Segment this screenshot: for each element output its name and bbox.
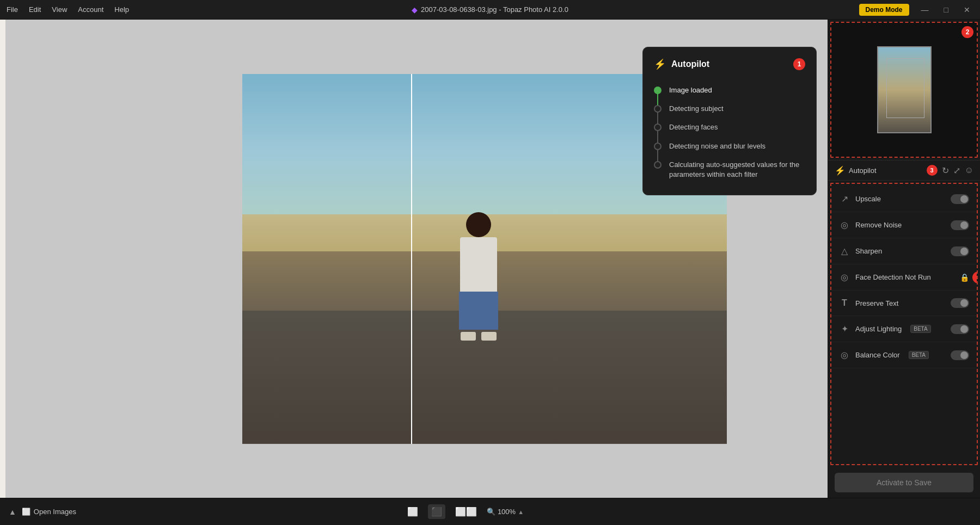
balance-color-toggle[interactable]: [951, 350, 969, 360]
filter-remove-noise-left: ◎ Remove Noise: [839, 220, 902, 230]
view-side-by-side-button[interactable]: ⬜⬜: [452, 504, 480, 519]
photo-left-background: [0, 20, 5, 498]
close-button[interactable]: ✕: [960, 4, 973, 15]
step-calculating: Calculating auto-suggested values for th…: [654, 156, 805, 184]
bottom-bar: ▲ ⬜ Open Images ⬜ ⬛ ⬜⬜ 🔍 100% ▲: [0, 498, 980, 525]
step-text-2: Detecting subject: [669, 104, 724, 114]
open-images-button[interactable]: ⬜ Open Images: [22, 508, 76, 516]
tools-row-left: ⚡ Autopilot: [835, 165, 877, 176]
upscale-toggle-knob: [960, 195, 968, 203]
upscale-toggle[interactable]: [951, 194, 969, 204]
adjust-lighting-toggle-knob: [960, 325, 968, 333]
preserve-text-toggle[interactable]: [951, 298, 969, 308]
maximize-button[interactable]: □: [941, 4, 952, 15]
adjust-lighting-toggle[interactable]: [951, 324, 969, 334]
filter-sharpen: △ Sharpen: [831, 238, 977, 264]
sharpen-toggle[interactable]: [951, 246, 969, 256]
step-detecting-subject: Detecting subject: [654, 100, 805, 118]
step-detecting-noise: Detecting noise and blur levels: [654, 137, 805, 156]
open-images-icon: ⬜: [22, 508, 30, 516]
window-controls: Demo Mode — □ ✕: [859, 4, 973, 16]
filter-balance-color: ◎ Balance Color BETA: [831, 342, 977, 368]
preserve-text-label: Preserve Text: [855, 299, 898, 307]
face-detection-icon: ◎: [839, 272, 850, 282]
main-content: ⚡ Autopilot 1 Image loaded Detecting sub…: [0, 20, 980, 498]
menu-help[interactable]: Help: [114, 5, 129, 14]
autopilot-panel: ⚡ Autopilot 1 Image loaded Detecting sub…: [642, 47, 817, 195]
filter-adjust-lighting-left: ✦ Adjust Lighting BETA: [839, 324, 931, 334]
step-dot-5: [654, 161, 661, 169]
face-detection-label: Face Detection Not Run: [855, 273, 931, 281]
remove-noise-label: Remove Noise: [855, 221, 902, 229]
filter-upscale-left: ↗ Upscale: [839, 194, 881, 204]
step-image-loaded: Image loaded: [654, 81, 805, 100]
face-detection-lock-icon: 🔒: [960, 273, 969, 282]
preview-badge: 2: [961, 26, 973, 38]
upscale-label: Upscale: [855, 195, 881, 203]
sharpen-toggle-knob: [960, 248, 968, 255]
activate-to-save-button[interactable]: Activate to Save: [835, 473, 973, 492]
expand-icon[interactable]: ⤢: [953, 165, 960, 176]
menu-account[interactable]: Account: [78, 5, 103, 14]
sharpen-label: Sharpen: [855, 247, 882, 255]
view-single-button[interactable]: ⬜: [404, 504, 421, 519]
step-text-1: Image loaded: [669, 85, 712, 95]
window-title: ◆ 2007-03-08-0638-03.jpg - Topaz Photo A…: [412, 5, 568, 14]
menu-file[interactable]: File: [7, 5, 18, 14]
view-split-button[interactable]: ⬛: [428, 504, 445, 519]
autopilot-steps: Image loaded Detecting subject Detecting…: [654, 81, 805, 184]
balance-color-icon: ◎: [839, 350, 850, 360]
filter-upscale: ↗ Upscale: [831, 186, 977, 212]
demo-mode-button[interactable]: Demo Mode: [859, 4, 909, 16]
settings-icon[interactable]: ☺: [965, 165, 973, 175]
filter-face-detection: ◎ Face Detection Not Run 🔒 4: [831, 264, 977, 291]
remove-noise-toggle-knob: [960, 221, 968, 229]
zoom-chevron-icon[interactable]: ▲: [518, 509, 524, 515]
tools-row-right: 3 ↻ ⤢ ☺: [927, 165, 973, 176]
open-images-label: Open Images: [34, 508, 76, 516]
canvas-area[interactable]: ⚡ Autopilot 1 Image loaded Detecting sub…: [0, 20, 828, 498]
app-diamond-icon: ◆: [412, 5, 418, 14]
filter-adjust-lighting: ✦ Adjust Lighting BETA: [831, 316, 977, 342]
zoom-display: 🔍 100% ▲: [487, 508, 524, 516]
step-text-4: Detecting noise and blur levels: [669, 141, 765, 151]
rotate-icon[interactable]: ↻: [942, 165, 949, 176]
filter-remove-noise: ◎ Remove Noise: [831, 212, 977, 238]
step-dot-3: [654, 123, 661, 131]
step-text-5: Calculating auto-suggested values for th…: [669, 160, 805, 180]
step-dot-4: [654, 143, 661, 150]
filter-sharpen-left: △ Sharpen: [839, 246, 882, 256]
menu-edit[interactable]: Edit: [29, 5, 41, 14]
zoom-icon: 🔍: [487, 508, 495, 516]
step-dot-1: [654, 87, 661, 94]
preserve-text-toggle-knob: [960, 299, 968, 307]
remove-noise-toggle[interactable]: [951, 220, 969, 230]
bottom-left: ▲ ⬜ Open Images: [9, 508, 76, 516]
filter-preserve-text-left: T Preserve Text: [839, 298, 898, 308]
collapse-button[interactable]: ▲: [9, 508, 16, 516]
remove-noise-icon: ◎: [839, 220, 850, 230]
preserve-text-icon: T: [839, 298, 850, 308]
filter-balance-color-left: ◎ Balance Color BETA: [839, 350, 929, 360]
tools-badge: 3: [927, 165, 938, 176]
step-text-3: Detecting faces: [669, 122, 718, 132]
section-badge-4: 4: [972, 271, 978, 283]
balance-color-label: Balance Color: [855, 351, 900, 359]
right-panel: 2 ⚡ Autopilot 3 ↻ ⤢ ☺ ↗ Upscale: [828, 20, 980, 498]
split-line: [411, 74, 412, 444]
autopilot-title: Autopilot: [671, 59, 709, 69]
autopilot-badge: 1: [793, 58, 805, 70]
upscale-icon: ↗: [839, 194, 850, 204]
step-dot-2: [654, 105, 661, 113]
adjust-lighting-beta-badge: BETA: [910, 325, 930, 333]
preview-section: 2: [830, 22, 978, 158]
menu-bar: File Edit View Account Help: [7, 5, 129, 14]
menu-view[interactable]: View: [52, 5, 67, 14]
minimize-button[interactable]: —: [918, 4, 932, 15]
preview-viewport-indicator: [886, 58, 924, 118]
step-detecting-faces: Detecting faces: [654, 118, 805, 137]
autopilot-header: ⚡ Autopilot 1: [654, 58, 805, 70]
autopilot-lightning-icon: ⚡: [835, 165, 846, 176]
autopilot-row-label: Autopilot: [849, 166, 877, 175]
preview-thumbnail: [877, 46, 932, 133]
